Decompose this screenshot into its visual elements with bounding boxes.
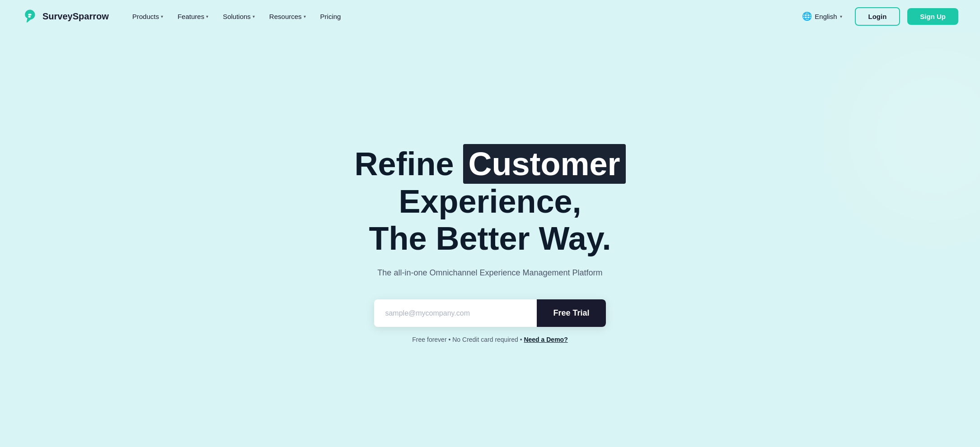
- hero-cta-container: Free Trial: [374, 299, 605, 327]
- navbar-right: 🌐 English ▾ Login Sign Up: [797, 7, 958, 26]
- login-button[interactable]: Login: [855, 7, 900, 26]
- nav-item-products[interactable]: Products ▾: [127, 9, 169, 24]
- logo-icon: [22, 8, 38, 24]
- headline-suffix: Experience,: [399, 183, 581, 219]
- email-input[interactable]: [374, 299, 537, 327]
- navbar-left: SurveySparrow Products ▾ Features ▾ Solu…: [22, 8, 346, 24]
- nav-item-solutions[interactable]: Solutions ▾: [217, 9, 260, 24]
- nav-features-label: Features: [178, 13, 204, 20]
- nav-links: Products ▾ Features ▾ Solutions ▾ Resour…: [127, 9, 347, 24]
- nav-resources-label: Resources: [269, 13, 302, 20]
- navbar: SurveySparrow Products ▾ Features ▾ Solu…: [0, 0, 980, 33]
- globe-icon: 🌐: [802, 11, 812, 21]
- hero-headline: Refine Customer Experience, The Better W…: [287, 145, 694, 257]
- chevron-down-icon: ▾: [206, 14, 208, 19]
- nav-solutions-label: Solutions: [223, 13, 251, 20]
- headline-highlight: Customer: [463, 144, 626, 184]
- language-selector[interactable]: 🌐 English ▾: [797, 8, 847, 25]
- signup-button[interactable]: Sign Up: [907, 8, 958, 25]
- chevron-down-icon: ▾: [253, 14, 255, 19]
- nav-pricing-label: Pricing: [320, 13, 341, 20]
- headline-prefix: Refine: [354, 146, 454, 182]
- nav-products-label: Products: [132, 13, 159, 20]
- chevron-down-icon: ▾: [161, 14, 163, 19]
- demo-link[interactable]: Need a Demo?: [524, 336, 567, 343]
- chevron-down-icon: ▾: [840, 14, 842, 19]
- chevron-down-icon: ▾: [304, 14, 306, 19]
- free-trial-button[interactable]: Free Trial: [537, 299, 605, 327]
- hero-section: Refine Customer Experience, The Better W…: [0, 33, 980, 447]
- nav-item-features[interactable]: Features ▾: [172, 9, 214, 24]
- nav-item-pricing[interactable]: Pricing: [315, 9, 347, 24]
- language-label: English: [815, 13, 837, 20]
- headline-line2: The Better Way.: [369, 220, 611, 256]
- hero-subtitle: The all-in-one Omnichannel Experience Ma…: [377, 268, 602, 278]
- brand-name: SurveySparrow: [42, 11, 109, 22]
- logo-link[interactable]: SurveySparrow: [22, 8, 109, 24]
- hero-meta-text: Free forever • No Credit card required •: [412, 336, 522, 343]
- hero-meta: Free forever • No Credit card required •…: [412, 336, 567, 343]
- nav-item-resources[interactable]: Resources ▾: [264, 9, 311, 24]
